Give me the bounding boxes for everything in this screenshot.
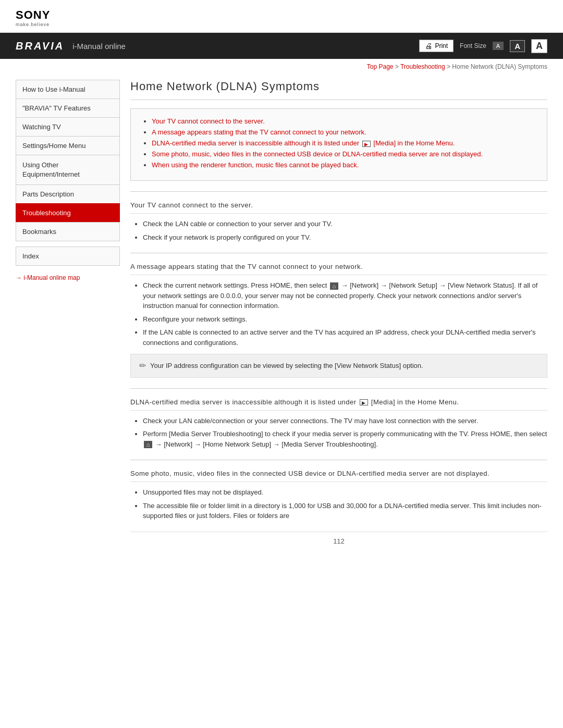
section-1-bullet-2: Check if your network is properly config… [143, 232, 547, 243]
divider-2 [130, 253, 547, 253]
imanual-title: i-Manual online [72, 42, 126, 51]
sidebar-item-index[interactable]: Index [16, 246, 120, 266]
summary-item-3: DLNA-certified media server is inaccessi… [152, 139, 536, 147]
media-icon-inline: ▶ [362, 141, 371, 147]
summary-list: Your TV cannot connect to the server. A … [141, 117, 536, 169]
section-4-bullet-2: The accessible file or folder limit in a… [143, 501, 547, 521]
breadcrumb-sep2: > [447, 63, 452, 70]
section-4: Some photo, music, video files in the co… [130, 470, 547, 521]
section-2-title: A message appears stating that the TV ca… [130, 263, 547, 275]
section-2-bullet-1: Check the current network settings. Pres… [143, 280, 547, 311]
summary-link-1[interactable]: Your TV cannot connect to the server. [152, 117, 265, 125]
section-4-bullet-1: Unsupported files may not be displayed. [143, 487, 547, 498]
section-3: DLNA-certified media server is inaccessi… [130, 398, 547, 450]
section-2-bullet-3: If the LAN cable is connected to an acti… [143, 327, 547, 348]
sony-logo: SONY make.believe [16, 9, 547, 27]
sidebar: How to Use i-Manual "BRAVIA" TV Features… [16, 80, 120, 545]
summary-link-3[interactable]: DLNA-certified media server is inaccessi… [152, 139, 455, 147]
breadcrumb-sep1: > [395, 63, 400, 70]
summary-item-2: A message appears stating that the TV ca… [152, 128, 536, 136]
font-medium-button[interactable]: A [510, 40, 525, 52]
print-button[interactable]: 🖨 Print [419, 40, 454, 52]
sidebar-item-how-to-use[interactable]: How to Use i-Manual [16, 80, 120, 98]
section-1-list: Check the LAN cable or connection to you… [130, 219, 547, 242]
sidebar-item-bookmarks[interactable]: Bookmarks [16, 222, 120, 241]
summary-link-2[interactable]: A message appears stating that the TV ca… [152, 128, 366, 136]
section-4-list: Unsupported files may not be displayed. … [130, 487, 547, 521]
divider-1 [130, 191, 547, 192]
note-icon: ✏ [139, 361, 146, 371]
sidebar-item-troubleshooting[interactable]: Troubleshooting [16, 203, 120, 222]
divider-3 [130, 388, 547, 389]
section-2: A message appears stating that the TV ca… [130, 263, 547, 378]
section-1-bullet-1: Check the LAN cable or connection to you… [143, 219, 547, 229]
main-layout: How to Use i-Manual "BRAVIA" TV Features… [0, 75, 563, 561]
summary-box: Your TV cannot connect to the server. A … [130, 108, 547, 181]
section-3-bullet-1: Check your LAN cable/connection or your … [143, 416, 547, 426]
print-icon: 🖨 [425, 42, 432, 50]
page-title: Home Network (DLNA) Symptoms [130, 80, 547, 100]
note-text: Your IP address configuration can be vie… [150, 361, 423, 371]
section-2-bullet-2: Reconfigure your network settings. [143, 314, 547, 325]
bravia-logo: BRAVIA [16, 40, 64, 52]
summary-item-1: Your TV cannot connect to the server. [152, 117, 536, 125]
sidebar-item-watching-tv[interactable]: Watching TV [16, 117, 120, 136]
sidebar-item-other-equipment[interactable]: Using Other Equipment/Internet [16, 155, 120, 184]
home-icon-s3: ⌂ [144, 441, 152, 448]
summary-link-5[interactable]: When using the renderer function, music … [152, 161, 359, 169]
section-3-title: DLNA-certified media server is inaccessi… [130, 398, 547, 411]
section-1: Your TV cannot connect to the server. Ch… [130, 201, 547, 242]
content-area: Home Network (DLNA) Symptoms Your TV can… [130, 80, 547, 545]
font-size-label: Font Size [460, 42, 486, 50]
page-number: 112 [130, 532, 547, 545]
section-4-title: Some photo, music, video files in the co… [130, 470, 547, 482]
sidebar-item-bravia-features[interactable]: "BRAVIA" TV Features [16, 98, 120, 117]
navbar: BRAVIA i-Manual online 🖨 Print Font Size… [0, 33, 563, 59]
summary-item-5: When using the renderer function, music … [152, 161, 536, 169]
section-3-list: Check your LAN cable/connection or your … [130, 416, 547, 450]
breadcrumb-current: Home Network (DLNA) Symptoms [452, 63, 547, 70]
print-label: Print [435, 42, 448, 50]
sidebar-item-parts[interactable]: Parts Description [16, 184, 120, 203]
section-2-list: Check the current network settings. Pres… [130, 280, 547, 348]
breadcrumb-troubleshooting[interactable]: Troubleshooting [400, 63, 445, 70]
note-box: ✏ Your IP address configuration can be v… [130, 354, 547, 378]
imanual-map-link[interactable]: → i-Manual online map [16, 272, 120, 283]
section-1-title: Your TV cannot connect to the server. [130, 201, 547, 214]
font-small-button[interactable]: A [493, 42, 504, 50]
breadcrumb-top-page[interactable]: Top Page [367, 63, 394, 70]
sidebar-item-settings[interactable]: Settings/Home Menu [16, 136, 120, 155]
home-icon-s2: ⌂ [330, 282, 338, 290]
font-large-button[interactable]: A [531, 39, 547, 53]
header: SONY make.believe [0, 0, 563, 33]
section-3-bullet-2: Perform [Media Server Troubleshooting] t… [143, 429, 547, 449]
summary-item-4: Some photo, music, video files in the co… [152, 150, 536, 158]
divider-4 [130, 460, 547, 460]
breadcrumb: Top Page > Troubleshooting > Home Networ… [0, 59, 563, 75]
summary-link-4[interactable]: Some photo, music, video files in the co… [152, 150, 483, 158]
media-icon-s3: ▶ [360, 399, 368, 405]
